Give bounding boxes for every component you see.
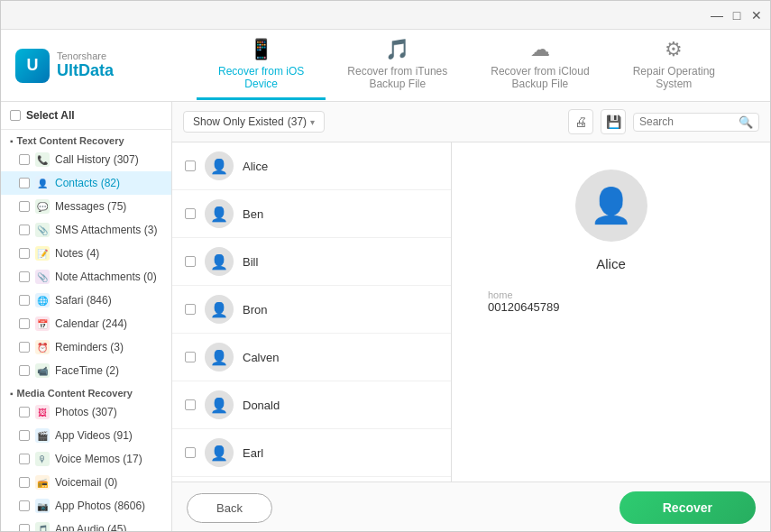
- bron-name: Bron: [243, 303, 267, 316]
- tab-recover-itunes[interactable]: 🎵 Recover from iTunesBackup File: [326, 31, 469, 100]
- sidebar-item-contacts[interactable]: 👤 Contacts (82): [1, 171, 171, 195]
- section-media-header: ▪ Media Content Recovery: [1, 382, 171, 400]
- window-controls: — □ ✕: [711, 9, 763, 22]
- sidebar: Select All ▪ Text Content Recovery 📞 Cal…: [1, 102, 172, 532]
- header: U Tenorshare UltData 📱 Recover from iOSD…: [1, 30, 770, 102]
- calven-avatar: 👤: [205, 343, 234, 371]
- sidebar-item-calendar[interactable]: 📅 Calendar (244): [1, 312, 171, 335]
- print-button[interactable]: 🖨: [568, 109, 593, 134]
- earl-avatar: 👤: [205, 438, 234, 467]
- alice-avatar: 👤: [205, 151, 234, 180]
- filter-button[interactable]: Show Only Existed (37) ▾: [183, 111, 325, 133]
- safari-label: Safari (846): [55, 294, 112, 307]
- notes-checkbox[interactable]: [19, 248, 30, 259]
- messages-label: Messages (75): [55, 200, 126, 213]
- messages-checkbox[interactable]: [19, 201, 30, 212]
- tab-recover-ios[interactable]: 📱 Recover from iOSDevice: [197, 31, 326, 100]
- call-history-checkbox[interactable]: [19, 154, 30, 165]
- app-photos-checkbox[interactable]: [19, 500, 30, 511]
- voice-memos-checkbox[interactable]: [19, 454, 30, 464]
- section-media-label: Media Content Recovery: [17, 388, 133, 399]
- icloud-icon: ☁: [530, 38, 550, 61]
- recover-button[interactable]: Recover: [620, 491, 756, 524]
- maximize-button[interactable]: □: [730, 9, 743, 22]
- footer: Back Recover: [172, 482, 770, 532]
- alice-checkbox[interactable]: [185, 161, 196, 171]
- contacts-checkbox[interactable]: [19, 178, 30, 188]
- sidebar-item-photos[interactable]: 🖼 Photos (307): [1, 400, 171, 424]
- ben-checkbox[interactable]: [185, 208, 196, 219]
- section-media-icon: ▪: [10, 389, 14, 399]
- tab-recover-icloud[interactable]: ☁ Recover from iCloudBackup File: [469, 31, 610, 100]
- calven-checkbox[interactable]: [185, 352, 196, 362]
- bron-checkbox[interactable]: [185, 304, 196, 315]
- sms-att-checkbox[interactable]: [19, 225, 30, 235]
- voicemail-checkbox[interactable]: [19, 477, 30, 488]
- contact-item-bill[interactable]: 👤 Bill: [172, 238, 451, 286]
- sidebar-item-app-audio[interactable]: 🎵 App Audio (45): [1, 518, 171, 532]
- alice-name: Alice: [243, 160, 268, 173]
- title-bar: — □ ✕: [1, 1, 770, 30]
- voice-memos-label: Voice Memos (17): [55, 453, 142, 465]
- detail-phone-value: 00120645789: [488, 300, 560, 314]
- contact-item-bron[interactable]: 👤 Bron: [172, 286, 451, 334]
- app-audio-checkbox[interactable]: [19, 524, 30, 532]
- list-detail: 👤 Alice 👤 Ben 👤 Bill 👤 Bron: [172, 142, 770, 482]
- tab-repair[interactable]: ⚙ Repair OperatingSystem: [611, 31, 737, 100]
- sidebar-item-messages[interactable]: 💬 Messages (75): [1, 195, 171, 218]
- select-all-item[interactable]: Select All: [1, 102, 171, 130]
- sidebar-item-voicemail[interactable]: 📻 Voicemail (0): [1, 471, 171, 494]
- app-videos-checkbox[interactable]: [19, 430, 30, 441]
- export-icon: 💾: [606, 115, 621, 129]
- detail-phone-label: home: [488, 289, 513, 300]
- select-all-checkbox[interactable]: [10, 110, 21, 121]
- close-button[interactable]: ✕: [750, 9, 763, 22]
- search-icon: 🔍: [739, 115, 753, 129]
- app-photos-label: App Photos (8606): [55, 500, 145, 512]
- main-area: Select All ▪ Text Content Recovery 📞 Cal…: [1, 102, 770, 532]
- facetime-checkbox[interactable]: [19, 365, 30, 376]
- sidebar-item-voice-memos[interactable]: 🎙 Voice Memos (17): [1, 447, 171, 471]
- note-att-checkbox[interactable]: [19, 271, 30, 282]
- sidebar-item-sms-att[interactable]: 📎 SMS Attachments (3): [1, 218, 171, 242]
- sidebar-item-notes[interactable]: 📝 Notes (4): [1, 242, 171, 265]
- reminders-icon: ⏰: [35, 340, 50, 354]
- contact-item-calven[interactable]: 👤 Calven: [172, 334, 451, 381]
- contact-item-ben[interactable]: 👤 Ben: [172, 190, 451, 238]
- logo-area: U Tenorshare UltData: [15, 49, 178, 83]
- note-att-label: Note Attachments (0): [55, 271, 157, 283]
- contact-item-earl[interactable]: 👤 Earl: [172, 429, 451, 477]
- donald-checkbox[interactable]: [185, 399, 196, 410]
- ben-avatar: 👤: [205, 199, 234, 228]
- sidebar-item-note-att[interactable]: 📎 Note Attachments (0): [1, 265, 171, 289]
- sidebar-item-facetime[interactable]: 📹 FaceTime (2): [1, 359, 171, 382]
- bron-avatar: 👤: [205, 295, 234, 324]
- sidebar-item-safari[interactable]: 🌐 Safari (846): [1, 289, 171, 312]
- logo-name: UltData: [57, 61, 114, 80]
- export-button[interactable]: 💾: [601, 109, 626, 134]
- back-button[interactable]: Back: [187, 493, 272, 523]
- minimize-button[interactable]: —: [711, 9, 723, 22]
- bill-checkbox[interactable]: [185, 256, 196, 267]
- calendar-checkbox[interactable]: [19, 318, 30, 329]
- contact-item-donald[interactable]: 👤 Donald: [172, 381, 451, 429]
- ben-name: Ben: [243, 207, 263, 221]
- sidebar-item-call-history[interactable]: 📞 Call History (307): [1, 148, 171, 171]
- app-videos-label: App Videos (91): [55, 429, 133, 442]
- sidebar-item-reminders[interactable]: ⏰ Reminders (3): [1, 335, 171, 359]
- photos-icon: 🖼: [35, 405, 50, 419]
- detail-name: Alice: [596, 256, 626, 271]
- sidebar-item-app-videos[interactable]: 🎬 App Videos (91): [1, 424, 171, 447]
- reminders-checkbox[interactable]: [19, 342, 30, 353]
- earl-checkbox[interactable]: [185, 447, 196, 458]
- filter-label: Show Only Existed: [193, 115, 284, 128]
- sidebar-item-app-photos[interactable]: 📷 App Photos (8606): [1, 494, 171, 518]
- earl-name: Earl: [243, 446, 263, 460]
- search-input[interactable]: [639, 115, 739, 128]
- contact-item-alice[interactable]: 👤 Alice: [172, 142, 451, 190]
- safari-checkbox[interactable]: [19, 295, 30, 306]
- photos-label: Photos (307): [55, 406, 117, 418]
- photos-checkbox[interactable]: [19, 407, 30, 417]
- sms-att-icon: 📎: [35, 223, 50, 237]
- detail-avatar: 👤: [575, 170, 647, 242]
